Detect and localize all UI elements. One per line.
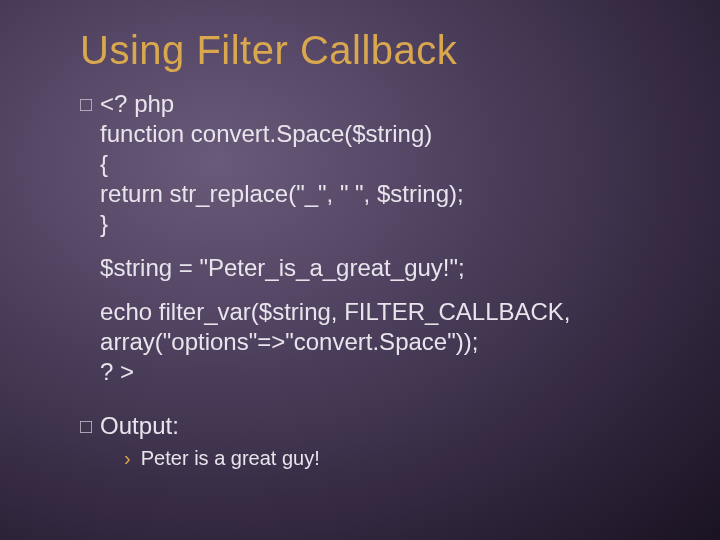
bullet-item: □ <? php function convert.Space($string)… xyxy=(80,89,660,397)
bullet-body: <? php function convert.Space($string) {… xyxy=(100,89,660,397)
code-block-1: <? php function convert.Space($string) {… xyxy=(100,89,660,239)
code-block-2: $string = "Peter_is_a_great_guy!"; xyxy=(100,253,660,283)
square-bullet-icon: □ xyxy=(80,411,92,441)
slide: Using Filter Callback □ <? php function … xyxy=(0,0,720,540)
code-block-3: echo filter_var($string, FILTER_CALLBACK… xyxy=(100,297,660,387)
output-label: Output: xyxy=(100,411,660,441)
bullet-body: Output: › Peter is a great guy! xyxy=(100,411,660,471)
sub-bullet-item: › Peter is a great guy! xyxy=(124,445,660,471)
slide-title: Using Filter Callback xyxy=(80,28,660,73)
output-text: Peter is a great guy! xyxy=(141,445,660,471)
bullet-item: □ Output: › Peter is a great guy! xyxy=(80,411,660,471)
chevron-right-icon: › xyxy=(124,445,131,471)
square-bullet-icon: □ xyxy=(80,89,92,119)
